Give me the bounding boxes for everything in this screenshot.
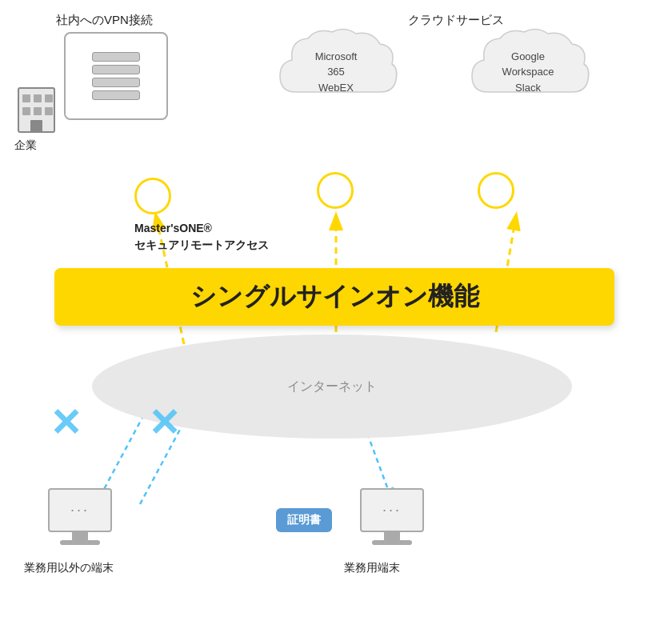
cloud-google-text: Google Workspace Slack xyxy=(502,49,554,96)
cloud-google: Google Workspace Slack xyxy=(464,24,592,120)
monitor-base-left xyxy=(60,540,100,545)
monitor-screen-right: ··· xyxy=(360,488,424,532)
vpn-title-label: 社内へのVPN接続 xyxy=(56,11,153,28)
server-disk-4 xyxy=(92,90,140,100)
masters-one-label: Master'sONE® セキュアリモートアクセス xyxy=(134,220,269,254)
server-disk-3 xyxy=(92,78,140,87)
certificate-badge: 証明書 xyxy=(276,508,332,532)
monitor-stand-right xyxy=(384,532,400,540)
connector-circle-google xyxy=(478,172,514,209)
x-mark-1: ✕ xyxy=(50,400,82,445)
server-disk-1 xyxy=(92,52,140,62)
svg-rect-11 xyxy=(34,107,42,115)
monitor-business: ··· xyxy=(360,488,424,545)
diagram-container: 社内へのVPN接続 クラウドサービス 企業 Microsof xyxy=(0,0,672,633)
sso-banner: シングルサインオン機能 xyxy=(54,268,614,326)
monitor-base-right xyxy=(372,540,412,545)
server-disk-2 xyxy=(92,65,140,74)
svg-rect-10 xyxy=(22,107,30,115)
monitor-non-business: ··· xyxy=(48,488,112,545)
svg-rect-8 xyxy=(34,94,42,102)
svg-rect-12 xyxy=(45,107,53,115)
building-icon xyxy=(14,80,58,139)
x-mark-2: ✕ xyxy=(148,400,180,445)
cloud-microsoft: Microsoft 365 WebEX xyxy=(272,24,400,120)
monitor-screen-left: ··· xyxy=(48,488,112,532)
server-box xyxy=(64,32,168,120)
cloud-microsoft-text: Microsoft 365 WebEX xyxy=(315,49,358,96)
connector-circle-microsoft xyxy=(317,172,354,209)
svg-rect-9 xyxy=(45,94,53,102)
business-label: 業務用端末 xyxy=(344,560,400,576)
connector-circle-vpn xyxy=(134,178,171,214)
monitor-stand-left xyxy=(72,532,88,540)
svg-rect-13 xyxy=(30,120,42,132)
svg-rect-7 xyxy=(22,94,30,102)
non-business-label: 業務用以外の端末 xyxy=(24,560,114,576)
company-label: 企業 xyxy=(14,138,37,154)
